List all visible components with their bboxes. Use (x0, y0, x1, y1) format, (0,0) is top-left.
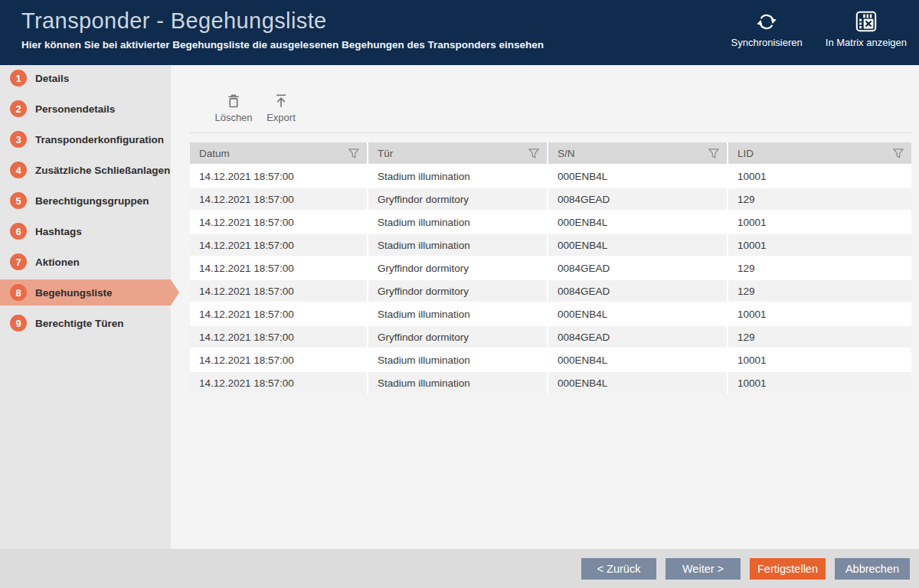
table-row[interactable]: 14.12.2021 18:57:00 Stadium illumination… (190, 211, 911, 233)
back-button[interactable]: < Zurück (581, 558, 656, 580)
filter-funnel-icon[interactable] (893, 149, 904, 161)
cell-datum: 14.12.2021 18:57:00 (190, 326, 367, 348)
sidebar-item-label: Berechtigte Türen (35, 318, 124, 329)
table-row[interactable]: 14.12.2021 18:57:00 Stadium illumination… (190, 372, 911, 394)
cancel-button[interactable]: Abbrechen (835, 558, 910, 580)
table-header-row: Datum Tür S/N (190, 142, 911, 164)
step-number-badge: 7 (10, 253, 27, 270)
sidebar-item-berechtigte-tueren[interactable]: 9 Berechtigte Türen (0, 310, 171, 336)
cell-tuer: Gryffindor dormitory (368, 280, 547, 302)
sidebar-item-hashtags[interactable]: 6 Hashtags (0, 218, 171, 244)
sidebar-item-details[interactable]: 1 Details (0, 65, 171, 91)
export-label: Export (267, 112, 296, 123)
sidebar-item-label: Hashtags (35, 226, 82, 237)
sidebar-item-label: Begehungsliste (35, 287, 113, 299)
cell-tuer: Gryffindor dormitory (368, 188, 547, 210)
table-body: 14.12.2021 18:57:00 Stadium illumination… (190, 165, 911, 394)
cell-tuer: Stadium illumination (368, 165, 547, 187)
filter-funnel-icon[interactable] (708, 149, 719, 161)
column-header-label: S/N (558, 148, 575, 159)
matrix-grid-icon (855, 9, 878, 34)
cell-sn: 000ENB4L (548, 211, 727, 233)
cell-sn: 000ENB4L (548, 165, 727, 187)
step-number-badge: 8 (10, 284, 27, 301)
column-header-label: LID (737, 148, 754, 159)
table-row[interactable]: 14.12.2021 18:57:00 Stadium illumination… (190, 165, 911, 187)
cell-lid: 10001 (728, 211, 911, 233)
sidebar-item-berechtigungsgruppen[interactable]: 5 Berechtigungsgruppen (0, 188, 171, 214)
cell-tuer: Gryffindor dormitory (368, 326, 547, 348)
sidebar-item-begehungsliste[interactable]: 8 Begehungsliste (0, 279, 171, 305)
cell-sn: 000ENB4L (548, 303, 727, 325)
cell-sn: 0084GEAD (548, 280, 727, 302)
cell-lid: 10001 (728, 165, 911, 187)
step-number-badge: 1 (10, 70, 27, 87)
filter-funnel-icon[interactable] (528, 149, 539, 161)
cell-datum: 14.12.2021 18:57:00 (190, 303, 367, 325)
cell-sn: 000ENB4L (548, 372, 727, 394)
cell-lid: 129 (728, 257, 911, 279)
step-number-badge: 3 (10, 131, 27, 148)
column-header-lid[interactable]: LID (728, 142, 911, 164)
table-row[interactable]: 14.12.2021 18:57:00 Gryffindor dormitory… (190, 188, 911, 210)
sidebar-item-label: Aktionen (35, 256, 80, 268)
step-number-badge: 4 (10, 162, 27, 178)
header-actions: Synchronisieren In Matrix anzeigen (731, 0, 907, 65)
finish-button[interactable]: Fertigstellen (750, 558, 826, 580)
synchronize-button[interactable]: Synchronisieren (731, 9, 803, 65)
cell-sn: 000ENB4L (548, 234, 727, 256)
sidebar-item-zusaetzliche-schliessanlagen[interactable]: 4 Zusätzliche Schließanlagen (0, 157, 171, 183)
show-in-matrix-button[interactable]: In Matrix anzeigen (826, 9, 907, 65)
title-bar: Transponder - Begehungsliste Hier können… (0, 0, 919, 65)
wizard-sidebar: 1 Details 2 Personendetails 3 Transponde… (0, 65, 171, 549)
cell-tuer: Stadium illumination (368, 372, 547, 394)
cell-lid: 129 (728, 280, 911, 302)
cell-datum: 14.12.2021 18:57:00 (190, 349, 367, 371)
cell-lid: 129 (728, 188, 911, 210)
cell-tuer: Stadium illumination (368, 211, 547, 233)
main-content: Löschen Export Datum (171, 65, 919, 549)
table-row[interactable]: 14.12.2021 18:57:00 Gryffindor dormitory… (190, 257, 911, 279)
filter-funnel-icon[interactable] (348, 149, 359, 161)
column-header-sn[interactable]: S/N (548, 142, 727, 164)
sidebar-item-aktionen[interactable]: 7 Aktionen (0, 249, 171, 275)
table-row[interactable]: 14.12.2021 18:57:00 Stadium illumination… (190, 349, 911, 371)
column-header-datum[interactable]: Datum (190, 142, 367, 164)
cell-datum: 14.12.2021 18:57:00 (190, 257, 367, 279)
page-subtitle: Hier können Sie bei aktivierter Begehung… (21, 39, 544, 51)
export-up-arrow-icon (273, 91, 289, 109)
sidebar-item-label: Zusätzliche Schließanlagen (35, 165, 170, 176)
table-row[interactable]: 14.12.2021 18:57:00 Stadium illumination… (190, 234, 911, 256)
wizard-footer: < Zurück Weiter > Fertigstellen Abbreche… (0, 549, 919, 588)
cell-tuer: Stadium illumination (368, 303, 547, 325)
synchronize-label: Synchronisieren (731, 37, 803, 48)
sync-icon (755, 9, 778, 34)
column-header-tuer[interactable]: Tür (368, 142, 547, 164)
cell-datum: 14.12.2021 18:57:00 (190, 234, 367, 256)
step-number-badge: 5 (10, 192, 27, 209)
delete-button[interactable]: Löschen (214, 91, 253, 123)
cell-tuer: Stadium illumination (368, 234, 547, 256)
table-row[interactable]: 14.12.2021 18:57:00 Gryffindor dormitory… (190, 280, 911, 302)
sidebar-item-transponderkonfiguration[interactable]: 3 Transponderkonfiguration (0, 126, 171, 152)
sidebar-item-label: Berechtigungsgruppen (35, 195, 149, 207)
table-row[interactable]: 14.12.2021 18:57:00 Gryffindor dormitory… (190, 326, 911, 348)
export-button[interactable]: Export (262, 91, 300, 123)
cell-lid: 129 (728, 326, 911, 348)
next-button[interactable]: Weiter > (666, 558, 741, 580)
cell-datum: 14.12.2021 18:57:00 (190, 211, 367, 233)
sidebar-item-label: Transponderkonfiguration (35, 134, 164, 145)
cell-sn: 0084GEAD (548, 188, 727, 210)
column-header-label: Tür (378, 148, 393, 159)
step-number-badge: 2 (10, 100, 27, 117)
trash-icon (225, 91, 242, 109)
table-row[interactable]: 14.12.2021 18:57:00 Stadium illumination… (190, 303, 911, 325)
sidebar-item-personendetails[interactable]: 2 Personendetails (0, 96, 171, 122)
cell-lid: 10001 (728, 234, 911, 256)
step-number-badge: 9 (10, 315, 27, 332)
cell-tuer: Stadium illumination (368, 349, 547, 371)
cell-lid: 10001 (728, 349, 911, 371)
cell-lid: 10001 (728, 372, 911, 394)
column-header-label: Datum (199, 148, 230, 159)
cell-datum: 14.12.2021 18:57:00 (190, 372, 367, 394)
